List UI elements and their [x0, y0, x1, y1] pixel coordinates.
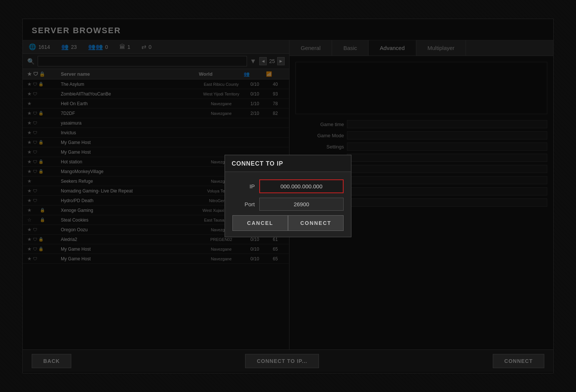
- modal-ip-field: IP: [232, 179, 344, 193]
- modal-body: IP Port CANCEL CONNECT: [225, 172, 351, 237]
- modal-port-label: Port: [232, 201, 255, 207]
- modal-port-field: Port: [232, 198, 344, 211]
- modal-ip-input[interactable]: [259, 179, 344, 193]
- modal-ip-label: IP: [232, 183, 255, 189]
- modal-buttons: CANCEL CONNECT: [232, 215, 344, 231]
- modal-overlay[interactable]: CONNECT TO IP IP Port CANCEL CONNECT: [0, 0, 576, 392]
- modal-connect-button[interactable]: CONNECT: [288, 215, 344, 231]
- modal-title: CONNECT TO IP: [225, 155, 351, 172]
- connect-to-ip-modal: CONNECT TO IP IP Port CANCEL CONNECT: [225, 155, 351, 237]
- modal-port-input[interactable]: [259, 198, 344, 211]
- modal-cancel-button[interactable]: CANCEL: [232, 215, 288, 231]
